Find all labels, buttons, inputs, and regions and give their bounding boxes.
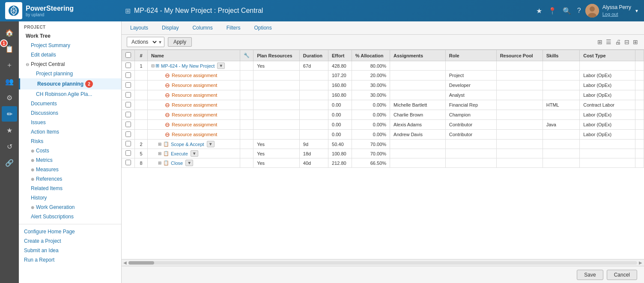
task-icon-btn[interactable]: 📋 1 — [2, 41, 17, 57]
logout-link[interactable]: Log out — [602, 11, 631, 17]
print-icon[interactable]: 🖨 — [614, 38, 622, 46]
sidebar-item-project-central[interactable]: ⊖ Project Central — [19, 60, 121, 69]
row-effort: 107.20 — [328, 71, 352, 80]
filters-btn[interactable]: Filters — [223, 24, 244, 32]
sidebar-item-risks[interactable]: Risks — [19, 137, 121, 146]
sidebar-item-resource-planning[interactable]: Resource planning 2 — [19, 78, 121, 89]
table-row: 2 ⊞ 📋 Scope & Accept ▼ Yes 9d — [122, 140, 644, 149]
row-role — [445, 61, 496, 71]
star-nav-icon-btn[interactable]: ★ — [2, 122, 17, 138]
user-info[interactable]: Alyssa Perry Log out — [602, 4, 631, 17]
scroll-right-arrow[interactable]: ▶ — [637, 260, 642, 265]
add-icon-btn[interactable]: ＋ — [2, 57, 17, 73]
task-link[interactable]: Execute — [171, 151, 188, 156]
apply-btn[interactable]: Apply — [168, 37, 192, 47]
row-checkbox[interactable] — [125, 141, 131, 146]
remove-assignment-icon[interactable]: ⊖ — [165, 92, 170, 98]
sidebar-item-edit-details[interactable]: Edit details — [19, 50, 121, 60]
sidebar-item-ch-robinson[interactable]: CH Robinson Agile Pla... — [19, 89, 121, 99]
save-button[interactable]: Save — [577, 270, 603, 280]
row-checkbox[interactable] — [125, 102, 131, 107]
row-resource-pool — [496, 130, 543, 140]
remove-assignment-icon[interactable]: ⊖ — [165, 131, 170, 138]
remove-assignment-icon[interactable]: ⊖ — [165, 111, 170, 118]
row-dropdown-icon[interactable]: ▼ — [185, 160, 193, 166]
link-icon: 🔗 — [5, 159, 14, 167]
help-icon[interactable]: ? — [577, 7, 581, 15]
star-icon[interactable]: ★ — [536, 7, 542, 15]
sidebar-item-project-planning[interactable]: Project planning — [19, 69, 121, 78]
sidebar-submit-idea[interactable]: Submit an Idea — [19, 246, 121, 255]
pin-icon[interactable]: 📍 — [548, 7, 557, 15]
row-role — [445, 158, 496, 168]
row-checkbox[interactable] — [125, 112, 131, 117]
sidebar-configure-home[interactable]: Configure Home Page — [19, 227, 121, 236]
row-checkbox[interactable] — [125, 82, 131, 88]
list-view-icon[interactable]: ☰ — [605, 38, 612, 46]
sidebar-item-action-items[interactable]: Action Items — [19, 127, 121, 137]
sidebar-item-issues[interactable]: Issues — [19, 118, 121, 127]
row-dropdown-icon[interactable]: ▼ — [191, 150, 198, 157]
row-checkbox[interactable] — [125, 92, 131, 98]
sidebar-item-measures[interactable]: ⊕ Measures — [19, 165, 121, 174]
export-icon[interactable]: ⊟ — [623, 38, 630, 46]
actions-select-wrapper: Actions ▼ — [127, 37, 164, 47]
sidebar-item-costs[interactable]: ⊕ Costs — [19, 146, 121, 155]
col-assignments: Assignments — [390, 50, 446, 61]
row-dropdown-icon[interactable]: ▼ — [207, 141, 215, 147]
columns-btn[interactable]: Columns — [189, 24, 216, 32]
horizontal-scrollbar[interactable]: ◀ ▶ — [122, 259, 644, 266]
people-icon-btn[interactable]: 👥 — [2, 74, 17, 89]
row-checkbox[interactable] — [125, 63, 131, 68]
history-icon-btn[interactable]: ↺ — [2, 139, 17, 154]
expand-row-icon[interactable]: ⊞ — [158, 142, 161, 146]
sidebar-create-project[interactable]: Create a Project — [19, 236, 121, 246]
options-btn[interactable]: Options — [250, 24, 275, 32]
expand-all-icon[interactable]: ⊞ — [632, 38, 639, 46]
sidebar-item-related-items[interactable]: Related Items — [19, 184, 121, 193]
grid-view-icon[interactable]: ⊞ — [596, 38, 603, 46]
remove-assignment-icon[interactable]: ⊖ — [165, 82, 170, 89]
scroll-left-arrow[interactable]: ◀ — [123, 260, 128, 265]
sidebar-item-work-generation[interactable]: ⊕ Work Generation — [19, 203, 121, 212]
home-icon-btn[interactable]: 🏠 — [2, 25, 17, 40]
sidebar-item-documents[interactable]: Documents — [19, 99, 121, 108]
search-icon[interactable]: 🔍 — [563, 7, 571, 15]
row-checkbox[interactable] — [125, 131, 131, 137]
sidebar-item-discussions[interactable]: Discussions — [19, 108, 121, 118]
sidebar-item-references[interactable]: ⊕ References — [19, 174, 121, 184]
remove-assignment-icon[interactable]: ⊖ — [165, 121, 170, 128]
project-link[interactable]: MP-624 - My New Project — [161, 63, 215, 69]
sidebar-run-report[interactable]: Run a Report — [19, 255, 121, 265]
sidebar-item-alert-subscriptions[interactable]: Alert Subscriptions — [19, 212, 121, 221]
expand-row-icon[interactable]: ⊞ — [158, 161, 161, 165]
actions-select[interactable]: Actions — [127, 37, 158, 47]
layouts-btn[interactable]: Layouts — [127, 24, 152, 32]
expand-row-icon[interactable]: ⊞ — [158, 151, 161, 156]
row-effort: 50.40 — [328, 140, 352, 149]
row-plan-resources: Yes — [253, 140, 300, 149]
row-checkbox[interactable] — [125, 122, 131, 127]
link-icon-btn[interactable]: 🔗 — [2, 155, 17, 170]
cancel-button[interactable]: Cancel — [607, 270, 637, 280]
sidebar-item-project-summary[interactable]: Project Summary — [19, 41, 121, 50]
select-all-checkbox[interactable] — [125, 52, 131, 58]
edit-icon-btn[interactable]: ✏ — [2, 106, 17, 122]
display-btn[interactable]: Display — [158, 24, 182, 32]
remove-assignment-icon[interactable]: ⊖ — [165, 72, 170, 79]
row-checkbox[interactable] — [125, 160, 131, 165]
task-link[interactable]: Close — [171, 161, 183, 166]
sidebar-item-history[interactable]: History — [19, 193, 121, 203]
task-link[interactable]: Scope & Accept — [171, 142, 204, 147]
sidebar-item-work-tree[interactable]: Work Tree — [19, 31, 121, 41]
user-dropdown-icon[interactable]: ▼ — [635, 9, 639, 13]
row-checkbox[interactable] — [125, 72, 131, 78]
scroll-thumb[interactable] — [128, 261, 154, 265]
sidebar-item-metrics[interactable]: ⊕ Metrics — [19, 155, 121, 165]
row-checkbox[interactable] — [125, 150, 131, 156]
row-dropdown-icon[interactable]: ▼ — [217, 63, 225, 69]
expand-row-icon[interactable]: ⊟ — [151, 63, 155, 68]
settings-icon-btn[interactable]: ⚙ — [2, 90, 17, 105]
row-extra — [635, 140, 644, 149]
remove-assignment-icon[interactable]: ⊖ — [165, 101, 170, 108]
